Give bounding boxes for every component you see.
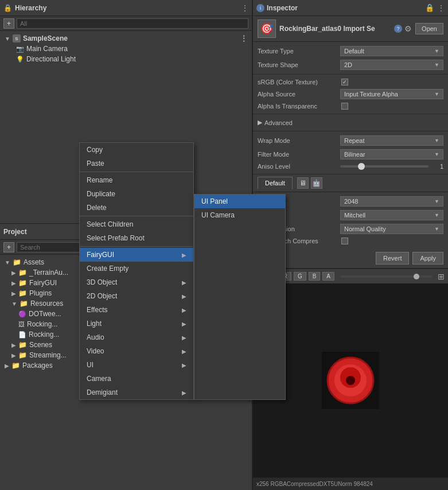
- status-text: x256 RGBACompressedDXT5UNorm 984824: [256, 481, 373, 487]
- hierarchy-item-light[interactable]: 💡 Directional Light: [0, 54, 252, 64]
- menu-item-camera[interactable]: Camera: [80, 372, 193, 386]
- hierarchy-header: 🔒 Hierarchy ⋮: [0, 0, 252, 16]
- effects-submenu-arrow: ▶: [182, 307, 186, 313]
- alpha-transparency-checkbox[interactable]: [341, 103, 348, 110]
- channel-g[interactable]: G: [294, 272, 306, 281]
- alpha-source-dropdown[interactable]: Input Texture Alpha ▼: [340, 89, 443, 99]
- add-project-button[interactable]: +: [3, 242, 14, 252]
- alpha-transparency-label: Alpha Is Transparenc: [258, 103, 338, 110]
- texture-type-row: Texture Type Default ▼: [258, 44, 443, 58]
- project-rocking2-label: Rocking...: [29, 330, 59, 339]
- channel-slider-thumb[interactable]: [414, 274, 419, 279]
- add-hierarchy-button[interactable]: +: [3, 18, 14, 29]
- menu-item-create-empty[interactable]: Create Empty: [80, 262, 193, 275]
- alpha-transparency-row: Alpha Is Transparenc: [258, 101, 443, 111]
- hierarchy-scene-options[interactable]: ⋮: [240, 34, 247, 42]
- menu-item-3d-object[interactable]: 3D Object ▶: [80, 275, 193, 289]
- texture-shape-dropdown[interactable]: 2D ▼: [340, 60, 443, 70]
- channel-a[interactable]: A: [322, 272, 334, 281]
- menu-item-select-prefab-root[interactable]: Select Prefab Root: [80, 231, 193, 245]
- rocking1-file-icon: 🖼: [18, 321, 25, 328]
- menu-item-audio[interactable]: Audio ▶: [80, 330, 193, 344]
- menu-item-delete[interactable]: Delete: [80, 201, 193, 215]
- alpha-source-arrow: ▼: [434, 91, 439, 97]
- open-button[interactable]: Open: [415, 23, 443, 34]
- plugins-folder-icon: 📁: [18, 289, 27, 297]
- menu-item-demigiant[interactable]: Demigiant ▶: [80, 386, 193, 399]
- audio-submenu-arrow: ▶: [182, 335, 186, 341]
- advanced-section-header[interactable]: ▶ Advanced: [258, 116, 443, 129]
- project-fairygui-label: FairyGUI: [29, 279, 57, 287]
- hierarchy-camera-label: Main Camera: [26, 45, 68, 53]
- algorithm-dropdown[interactable]: Mitchell ▼: [340, 210, 443, 220]
- menu-separator-3: [80, 246, 193, 247]
- video-submenu-arrow: ▶: [182, 348, 186, 355]
- inspector-info-icon: i: [256, 4, 264, 12]
- object-name: RockingBar_atlas0 Import Se: [279, 25, 391, 33]
- hierarchy-scene-root[interactable]: ▼ S SampleScene ⋮: [0, 33, 252, 44]
- menu-item-rename[interactable]: Rename: [80, 173, 193, 187]
- filter-mode-dropdown[interactable]: Bilinear ▼: [340, 149, 443, 160]
- apply-button[interactable]: Apply: [412, 252, 443, 265]
- inspector-lock-icon[interactable]: 🔒: [425, 3, 434, 12]
- scenes-folder-icon: 📁: [18, 341, 27, 349]
- hierarchy-lock-icon: 🔒: [3, 4, 12, 12]
- hierarchy-toolbar: +: [0, 16, 252, 31]
- use-crunch-checkbox[interactable]: [341, 238, 348, 244]
- fairygui-submenu-arrow: ▶: [182, 252, 186, 258]
- demigiant-submenu-arrow: ▶: [182, 390, 186, 396]
- aniso-track: [340, 165, 428, 168]
- inspector-properties: Texture Type Default ▼ Texture Shape 2D …: [253, 42, 448, 74]
- hierarchy-scene-label: SampleScene: [23, 34, 68, 42]
- inspector-advanced-section: ▶ Advanced: [253, 114, 448, 131]
- menu-item-select-children[interactable]: Select Children: [80, 217, 193, 231]
- menu-item-video[interactable]: Video ▶: [80, 344, 193, 358]
- texture-type-dropdown[interactable]: Default ▼: [340, 46, 443, 56]
- hierarchy-dots-icon[interactable]: ⋮: [241, 4, 248, 12]
- compression-arrow: ▼: [434, 226, 439, 232]
- object-gear-icon[interactable]: ⚙: [404, 24, 412, 33]
- aniso-value: 1: [432, 163, 443, 170]
- submenu-item-ui-panel[interactable]: UI Panel: [194, 195, 285, 208]
- object-info-icon[interactable]: ?: [394, 25, 402, 33]
- revert-button[interactable]: Revert: [376, 252, 409, 265]
- menu-item-ui[interactable]: UI ▶: [80, 358, 193, 372]
- srgb-checkbox[interactable]: [341, 79, 348, 85]
- max-size-arrow: ▼: [434, 199, 439, 204]
- menu-item-duplicate[interactable]: Duplicate: [80, 187, 193, 201]
- menu-item-light[interactable]: Light ▶: [80, 317, 193, 330]
- tab-android[interactable]: 🤖: [311, 177, 322, 189]
- inspector-dots-icon[interactable]: ⋮: [438, 4, 445, 12]
- aniso-level-slider[interactable]: 1: [340, 163, 443, 170]
- terrainau-folder-icon: 📁: [18, 269, 27, 277]
- status-bar: x256 RGBACompressedDXT5UNorm 984824: [253, 477, 448, 490]
- max-size-dropdown[interactable]: 2048 ▼: [340, 196, 443, 207]
- project-packages-label: Packages: [22, 361, 53, 370]
- resources-folder-icon: 📁: [20, 300, 28, 308]
- aniso-thumb[interactable]: [358, 163, 365, 170]
- menu-item-fairygui[interactable]: FairyGUI ▶: [80, 248, 193, 262]
- menu-item-paste[interactable]: Paste: [80, 157, 193, 170]
- inspector-header: i Inspector 🔒 ⋮: [253, 0, 448, 16]
- fairygui-folder-icon: 📁: [18, 279, 27, 287]
- project-resources-label: Resources: [30, 300, 63, 308]
- compression-dropdown[interactable]: Normal Quality ▼: [340, 224, 443, 234]
- checker-icon[interactable]: ⊞: [438, 272, 445, 281]
- assets-folder-icon: 📁: [13, 258, 21, 266]
- tab-monitor[interactable]: 🖥: [297, 177, 309, 189]
- menu-item-copy[interactable]: Copy: [80, 143, 193, 157]
- hierarchy-search-input[interactable]: [17, 18, 248, 29]
- light-submenu-arrow: ▶: [182, 321, 186, 327]
- hierarchy-item-camera[interactable]: 📷 Main Camera: [0, 44, 252, 54]
- menu-item-2d-object[interactable]: 2D Object ▶: [80, 289, 193, 303]
- channel-b[interactable]: B: [309, 272, 321, 281]
- advanced-triangle: ▶: [258, 119, 262, 126]
- channel-slider[interactable]: [340, 275, 432, 278]
- project-scenes-label: Scenes: [29, 341, 52, 349]
- submenu-item-ui-camera[interactable]: UI Camera: [194, 208, 285, 222]
- wrap-mode-arrow: ▼: [434, 138, 439, 143]
- wrap-mode-dropdown[interactable]: Repeat ▼: [340, 135, 443, 146]
- inspector-object-header: 🎯 RockingBar_atlas0 Import Se ? ⚙ Open: [253, 16, 448, 42]
- menu-item-effects[interactable]: Effects ▶: [80, 303, 193, 317]
- alpha-source-label: Alpha Source: [258, 91, 338, 98]
